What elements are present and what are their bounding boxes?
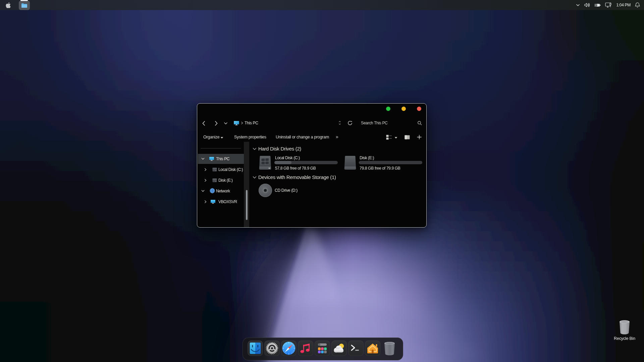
battery-icon[interactable] [594,3,601,7]
dock-item-settings[interactable] [264,341,280,356]
collapse-chevron-icon[interactable] [204,200,207,203]
hard-disk-icon [212,168,217,172]
sidebar-item-disk-e[interactable]: Disk (E:) [197,175,245,185]
window-control-red[interactable] [417,107,421,111]
recycle-bin-icon [618,319,631,335]
notifications-icon[interactable] [635,2,640,8]
sidebar-item-label: This PC [216,157,229,161]
title-bar[interactable] [197,104,426,114]
refresh-button[interactable] [347,121,353,125]
window-control-green[interactable] [386,107,390,111]
dock [243,338,403,360]
drive-name: Disk (E:) [360,156,374,160]
preview-pane-button[interactable] [405,135,410,139]
network-globe-icon [210,188,215,193]
volume-icon[interactable] [584,3,590,7]
expand-chevron-icon[interactable] [201,190,205,192]
sidebar-item-label: Local Disk (C:) [218,167,243,172]
cd-disc-icon [258,183,272,197]
monitor-icon [209,157,214,161]
file-explorer-window: This PC Search This PC Organize System p… [197,103,427,228]
monitor-icon [210,199,216,204]
capacity-bar [274,161,338,164]
hdd-icon [344,156,357,170]
dock-item-launchpad[interactable] [315,341,330,356]
dock-item-terminal[interactable] [348,341,364,356]
capacity-bar-fill [359,161,359,164]
settings-gear [264,341,280,356]
search-icon[interactable] [417,121,422,125]
group-collapse-icon[interactable] [253,176,257,179]
display-cast-icon[interactable] [605,2,612,8]
desktop-recycle-bin[interactable]: Recycle Bin [611,319,638,341]
finder-face [248,341,263,356]
address-monitor-icon[interactable] [233,121,239,125]
collapse-chevron-icon[interactable] [204,179,207,182]
organize-button[interactable]: Organize [203,135,219,139]
sidebar-item-this-pc[interactable]: This PC [197,154,245,164]
sidebar-scrollbar-thumb[interactable] [246,190,248,220]
apple-menu-icon[interactable] [6,2,11,8]
breadcrumb-this-pc[interactable]: This PC [245,121,258,125]
menu-bar: 1:04 PM [0,0,644,10]
breadcrumb-chevron-icon [241,121,243,125]
sidebar-item-label: VBOXSVR [218,199,237,204]
expand-chevron-icon[interactable] [201,158,205,160]
hdd-icon [259,156,272,170]
window-control-yellow[interactable] [401,107,406,111]
recycle-bin-label: Recycle Bin [611,336,638,341]
uninstall-program-button[interactable]: Uninstall or change a program [276,135,329,139]
music-note [298,341,313,356]
forward-button[interactable] [214,121,218,126]
capacity-bar [359,161,422,164]
back-button[interactable] [202,121,206,126]
sidebar-item-vboxsvr[interactable]: VBOXSVR [197,197,245,207]
weather-sun-cloud [331,341,347,356]
views-switcher-button[interactable] [386,134,392,140]
drive-name: CD Drive (D:) [275,188,298,193]
sidebar-item-label: Network [216,189,230,193]
collapse-chevron-icon[interactable] [204,168,207,171]
drive-tile-cd-d[interactable]: CD Drive (D:) [258,183,339,198]
group-header-removable-storage[interactable]: Devices with Removable Storage (1) [258,174,336,180]
file-explorer-icon[interactable] [21,3,28,8]
active-app-window-peek [20,0,28,1]
new-item-plus-button[interactable] [417,135,422,139]
terminal-prompt [348,341,364,356]
sidebar-item-label: Disk (E:) [218,178,233,183]
sidebar-item-local-disk-c[interactable]: Local Disk (C:) [197,165,245,175]
free-space-text: 57.8 GB free of 78.9 GB [275,166,316,171]
drive-name: Local Disk (C:) [275,156,300,160]
tray-chevron-down-icon[interactable] [576,4,580,6]
history-dropdown-icon[interactable] [224,122,228,125]
views-dropdown-icon[interactable] [394,137,397,139]
dock-item-music[interactable] [298,341,313,356]
group-header-hard-disk-drives[interactable]: Hard Disk Drives (2) [258,146,301,152]
address-updown-icon[interactable] [338,121,341,125]
launchpad-grid [315,341,330,356]
system-properties-button[interactable]: System properties [234,135,266,139]
organize-dropdown-icon [220,137,223,139]
trash-icon [383,341,396,356]
dock-item-home[interactable] [365,341,380,356]
toolbar-overflow-button[interactable]: » [336,134,338,139]
group-collapse-icon[interactable] [253,147,257,150]
dock-item-trash[interactable] [383,341,396,356]
capacity-bar-fill [274,161,291,164]
drive-tile-disk-e[interactable]: Disk (E:) 79.8 GB free of 79.9 GB [344,156,424,173]
dock-item-weather[interactable] [331,341,347,356]
safari-compass [281,341,297,356]
dock-item-finder[interactable] [248,341,263,356]
system-tray: 1:04 PM [576,0,640,10]
clock[interactable]: 1:04 PM [616,3,631,7]
home-house [365,341,380,356]
hard-disk-icon [212,178,217,182]
drive-tile-local-disk-c[interactable]: Local Disk (C:) 57.8 GB free of 78.9 GB [259,156,339,173]
free-space-text: 79.8 GB free of 79.9 GB [360,166,400,171]
sidebar-separator [201,148,241,148]
sidebar-item-network[interactable]: Network [197,186,245,196]
dock-item-safari[interactable] [281,341,297,356]
search-input[interactable]: Search This PC [361,121,388,125]
